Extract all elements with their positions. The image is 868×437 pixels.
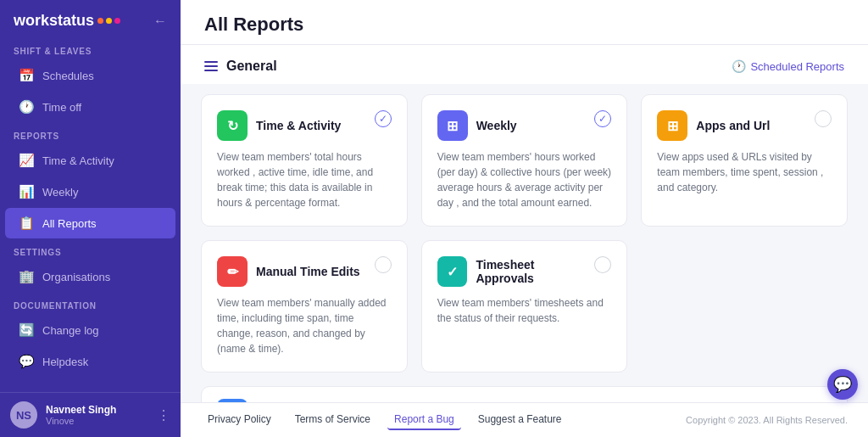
page-title: All Reports xyxy=(204,14,844,36)
card-check-weekly-card[interactable]: ✓ xyxy=(594,110,611,127)
organisations-label: Organisations xyxy=(42,271,110,283)
cards-section: ↻Time & Activity✓View team members' tota… xyxy=(181,84,868,402)
card-header-weekly-card: ⊞Weekly✓ xyxy=(437,110,612,141)
card-header-apps-url-card: ⊞Apps and Url xyxy=(657,110,832,141)
card-desc-time-activity-card: View team members' total hours worked , … xyxy=(217,149,392,210)
chat-bubble-button[interactable]: 💬 xyxy=(827,369,858,400)
avatar: NS xyxy=(10,401,37,429)
sidebar-section-shift---leaves: SHIFT & LEAVES xyxy=(0,38,181,59)
card-check-time-activity-card[interactable]: ✓ xyxy=(375,110,392,127)
card-icon-manual-time-card: ✏ xyxy=(217,256,248,287)
sidebar-item-schedules[interactable]: 📅Schedules xyxy=(5,60,175,91)
card-desc-weekly-card: View team members' hours worked (per day… xyxy=(437,149,612,210)
scheduled-reports-label: Scheduled Reports xyxy=(750,60,844,73)
logo-dots xyxy=(97,18,120,24)
user-info: Navneet Singh Vinove xyxy=(46,404,148,426)
sidebar-section-reports: REPORTS xyxy=(0,123,181,144)
card-check-timesheet-card[interactable] xyxy=(594,256,611,273)
change-log-icon: 🔄 xyxy=(19,322,34,338)
user-company: Vinove xyxy=(46,416,148,426)
card-header-time-activity-card: ↻Time & Activity✓ xyxy=(217,110,392,141)
sidebar-item-organisations[interactable]: 🏢Organisations xyxy=(5,261,175,292)
card-icon-timesheet-card: ✓ xyxy=(437,256,468,287)
logo-text: workstatus xyxy=(14,12,94,30)
card-title-row-time-activity-card: ↻Time & Activity xyxy=(217,110,341,141)
card-weekly-card[interactable]: ⊞Weekly✓View team members' hours worked … xyxy=(421,94,628,227)
card-name-time-activity-card: Time & Activity xyxy=(256,119,341,132)
time-activity-nav-icon: 📈 xyxy=(19,153,34,168)
weekly-label: Weekly xyxy=(42,186,78,199)
main-content-area: All Reports General 🕐 Scheduled Reports … xyxy=(181,0,868,437)
footer: Privacy PolicyTerms of ServiceReport a B… xyxy=(181,402,868,437)
hamburger-icon xyxy=(204,61,218,71)
card-check-manual-time-card[interactable] xyxy=(375,256,392,273)
sidebar-user-section: NS Navneet Singh Vinove ⋮ xyxy=(0,392,181,437)
card-title-row-timesheet-card: ✓Timesheet Approvals xyxy=(437,256,595,287)
user-menu-button[interactable]: ⋮ xyxy=(157,407,170,423)
card-name-timesheet-card: Timesheet Approvals xyxy=(476,258,594,285)
card-icon-weekly-card: ⊞ xyxy=(437,110,468,141)
time-activity-nav-label: Time & Activity xyxy=(42,154,114,167)
footer-link-terms[interactable]: Terms of Service xyxy=(288,410,377,430)
time-off-label: Time off xyxy=(42,101,81,114)
footer-links: Privacy PolicyTerms of ServiceReport a B… xyxy=(201,410,569,430)
general-label: General xyxy=(226,59,277,74)
cards-row1: ↻Time & Activity✓View team members' tota… xyxy=(201,94,848,227)
sidebar: workstatus ← SHIFT & LEAVES📅Schedules🕐Ti… xyxy=(0,0,181,437)
sidebar-item-time-off[interactable]: 🕐Time off xyxy=(5,92,175,122)
card-desc-timesheet-card: View team members' timesheets and the st… xyxy=(437,295,612,326)
card-manual-time-card[interactable]: ✏Manual Time EditsView team members' man… xyxy=(201,240,408,373)
sidebar-section-settings: SETTINGS xyxy=(0,239,181,261)
change-log-label: Change log xyxy=(42,324,99,337)
time-off-icon: 🕐 xyxy=(19,99,34,115)
card-header-timesheet-card: ✓Timesheet Approvals xyxy=(437,256,612,287)
main-scroll-area: General 🕐 Scheduled Reports ↻Time & Acti… xyxy=(181,45,868,402)
card-desc-apps-url-card: View apps used & URLs visited by team me… xyxy=(657,149,832,195)
weekly-icon: 📊 xyxy=(19,184,34,199)
card-title-row-weekly-card: ⊞Weekly xyxy=(437,110,517,141)
dot-yellow xyxy=(106,18,112,24)
footer-link-suggest[interactable]: Suggest a Feature xyxy=(471,410,569,430)
sidebar-item-all-reports[interactable]: 📋All Reports xyxy=(5,208,175,238)
card-check-apps-url-card[interactable] xyxy=(815,110,832,127)
main-header: All Reports xyxy=(181,0,868,45)
sidebar-item-weekly[interactable]: 📊Weekly xyxy=(5,176,175,207)
sidebar-item-helpdesk[interactable]: 💬Helpdesk xyxy=(5,346,175,377)
organisations-icon: 🏢 xyxy=(19,269,34,284)
schedules-icon: 📅 xyxy=(19,68,34,83)
clock-icon: 🕐 xyxy=(732,59,746,73)
card-title-row-apps-url-card: ⊞Apps and Url xyxy=(657,110,770,141)
footer-link-privacy[interactable]: Privacy Policy xyxy=(201,410,278,430)
dot-pink xyxy=(114,18,120,24)
partial-project-card[interactable]: 📁 Project & Task Report xyxy=(201,386,848,402)
card-name-weekly-card: Weekly xyxy=(476,119,517,132)
card-icon-apps-url-card: ⊞ xyxy=(657,110,687,141)
sidebar-section-documentation: DOCUMENTATION xyxy=(0,293,181,314)
sidebar-item-change-log[interactable]: 🔄Change log xyxy=(5,315,175,345)
card-time-activity-card[interactable]: ↻Time & Activity✓View team members' tota… xyxy=(201,94,408,227)
general-header: General 🕐 Scheduled Reports xyxy=(181,45,868,84)
helpdesk-label: Helpdesk xyxy=(42,356,88,368)
card-timesheet-card[interactable]: ✓Timesheet ApprovalsView team members' t… xyxy=(421,240,628,373)
card-desc-manual-time-card: View team members' manually added time, … xyxy=(217,295,392,356)
scheduled-reports-button[interactable]: 🕐 Scheduled Reports xyxy=(732,59,844,73)
sidebar-logo: workstatus ← xyxy=(0,0,181,38)
all-reports-label: All Reports xyxy=(42,217,97,230)
helpdesk-icon: 💬 xyxy=(19,354,34,369)
footer-link-bug[interactable]: Report a Bug xyxy=(387,410,461,430)
user-name: Navneet Singh xyxy=(46,404,148,416)
card-name-apps-url-card: Apps and Url xyxy=(696,119,770,132)
copyright: Copyright © 2023. All Rights Reserved. xyxy=(686,415,848,425)
card-icon-time-activity-card: ↻ xyxy=(217,110,248,141)
card-apps-url-card[interactable]: ⊞Apps and UrlView apps used & URLs visit… xyxy=(641,94,848,227)
card-title-row-manual-time-card: ✏Manual Time Edits xyxy=(217,256,360,287)
all-reports-icon: 📋 xyxy=(19,216,34,231)
general-title: General xyxy=(204,59,277,74)
dot-orange xyxy=(97,18,103,24)
card-header-manual-time-card: ✏Manual Time Edits xyxy=(217,256,392,287)
sidebar-item-time-activity-nav[interactable]: 📈Time & Activity xyxy=(5,145,175,176)
schedules-label: Schedules xyxy=(42,70,94,82)
card-name-manual-time-card: Manual Time Edits xyxy=(256,265,360,278)
cards-row2: ✏Manual Time EditsView team members' man… xyxy=(201,240,848,373)
sidebar-collapse-button[interactable]: ← xyxy=(153,14,167,29)
